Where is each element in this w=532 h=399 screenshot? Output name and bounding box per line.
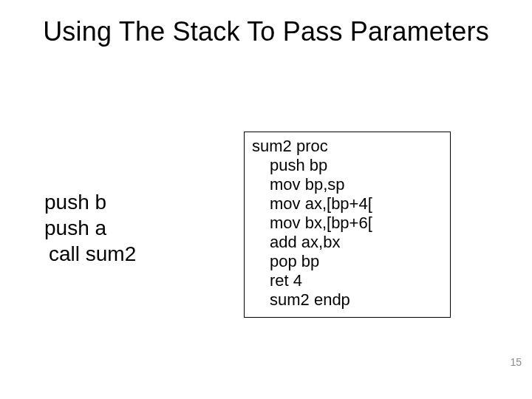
callee-code-box: sum2 proc push bp mov bp,sp mov ax,[bp+4…	[244, 132, 451, 318]
caller-line: call sum2	[49, 241, 136, 267]
caller-code: push b push a call sum2	[44, 189, 136, 267]
callee-line: sum2 proc	[252, 137, 443, 156]
callee-line: mov ax,[bp+4[	[252, 194, 443, 214]
callee-line: ret 4	[252, 271, 443, 290]
caller-line: push a	[44, 215, 136, 241]
caller-line: push b	[44, 189, 136, 215]
callee-line: add ax,bx	[252, 233, 443, 252]
callee-line: mov bp,sp	[252, 175, 443, 194]
callee-line: pop bp	[252, 252, 443, 271]
slide: Using The Stack To Pass Parameters push …	[0, 0, 532, 399]
callee-line: mov bx,[bp+6[	[252, 214, 443, 233]
slide-title: Using The Stack To Pass Parameters	[0, 16, 532, 47]
page-number: 15	[510, 356, 522, 368]
callee-line: sum2 endp	[252, 290, 443, 310]
callee-line: push bp	[252, 156, 443, 175]
